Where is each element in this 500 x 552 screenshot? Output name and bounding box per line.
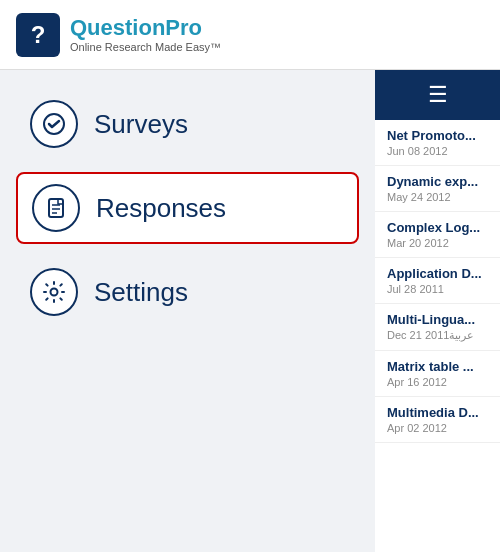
list-item-date: Apr 16 2012	[387, 376, 488, 388]
logo-subtitle: Online Research Made Easy™	[70, 41, 221, 53]
responses-icon-circle	[32, 184, 80, 232]
list-item[interactable]: Multi-Lingua... Dec 21 2011عربية	[375, 304, 500, 351]
left-nav: Surveys Responses	[0, 70, 375, 552]
nav-label-surveys: Surveys	[94, 109, 188, 140]
list-item-title: Matrix table ...	[387, 359, 488, 374]
list-item[interactable]: Application D... Jul 28 2011	[375, 258, 500, 304]
nav-item-responses[interactable]: Responses	[16, 172, 359, 244]
logo-box: ?	[16, 13, 60, 57]
list-item-title: Application D...	[387, 266, 488, 281]
check-icon	[42, 112, 66, 136]
list-item[interactable]: Matrix table ... Apr 16 2012	[375, 351, 500, 397]
list-item-date: Mar 20 2012	[387, 237, 488, 249]
list-item-date: May 24 2012	[387, 191, 488, 203]
list-item-date: Jun 08 2012	[387, 145, 488, 157]
list-item-date: Jul 28 2011	[387, 283, 488, 295]
right-panel-list: Net Promoto... Jun 08 2012 Dynamic exp..…	[375, 120, 500, 552]
logo-title-part1: Question	[70, 15, 165, 40]
list-item-date: Dec 21 2011عربية	[387, 329, 488, 342]
logo-title-part2: Pro	[165, 15, 202, 40]
logo-icon: ?	[31, 21, 46, 49]
settings-icon-circle	[30, 268, 78, 316]
logo-text: QuestionPro Online Research Made Easy™	[70, 16, 221, 52]
gear-icon	[42, 280, 66, 304]
list-item-title: Multi-Lingua...	[387, 312, 488, 327]
right-panel: ☰ Net Promoto... Jun 08 2012 Dynamic exp…	[375, 70, 500, 552]
app-header: ? QuestionPro Online Research Made Easy™	[0, 0, 500, 70]
surveys-icon-circle	[30, 100, 78, 148]
hamburger-icon[interactable]: ☰	[428, 82, 448, 108]
list-item-date: Apr 02 2012	[387, 422, 488, 434]
list-item[interactable]: Net Promoto... Jun 08 2012	[375, 120, 500, 166]
list-item-title: Dynamic exp...	[387, 174, 488, 189]
right-panel-header[interactable]: ☰	[375, 70, 500, 120]
nav-item-surveys[interactable]: Surveys	[16, 90, 359, 158]
list-item[interactable]: Multimedia D... Apr 02 2012	[375, 397, 500, 443]
nav-item-settings[interactable]: Settings	[16, 258, 359, 326]
list-item-title: Multimedia D...	[387, 405, 488, 420]
list-item[interactable]: Complex Log... Mar 20 2012	[375, 212, 500, 258]
document-icon	[44, 196, 68, 220]
nav-label-responses: Responses	[96, 193, 226, 224]
svg-point-5	[51, 289, 58, 296]
list-item-title: Net Promoto...	[387, 128, 488, 143]
svg-rect-1	[49, 199, 63, 217]
list-item-title: Complex Log...	[387, 220, 488, 235]
nav-label-settings: Settings	[94, 277, 188, 308]
logo-title: QuestionPro	[70, 16, 221, 40]
main-content: Surveys Responses	[0, 70, 500, 552]
list-item[interactable]: Dynamic exp... May 24 2012	[375, 166, 500, 212]
